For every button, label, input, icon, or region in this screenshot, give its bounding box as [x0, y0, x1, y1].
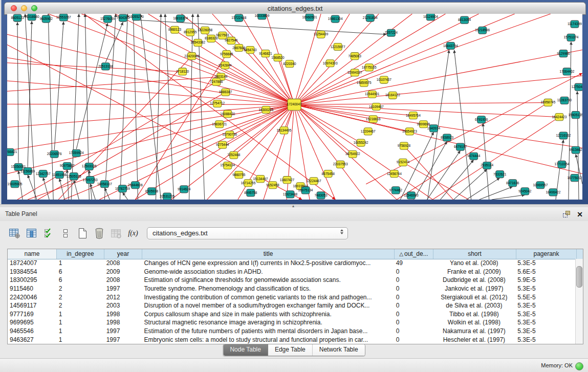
tab-node-table[interactable]: Node Table — [223, 344, 268, 356]
graph-node-label: 8995758 — [244, 191, 257, 194]
table-row[interactable]: 2242004622012Investigating the contribut… — [8, 293, 576, 301]
row-height-button[interactable] — [59, 227, 72, 240]
graph-node-label: 20531235 — [160, 194, 175, 198]
graph-node-label: 9860755 — [232, 173, 246, 177]
graph-edge — [294, 102, 548, 104]
graph-node-label: 15134495 — [277, 128, 292, 132]
cell-title: Embryonic stem cells: a model to study s… — [142, 336, 394, 343]
graph-node-label: 9242844 — [219, 63, 232, 67]
graph-node-label: 7252468 — [227, 153, 241, 157]
cell-out_degree: 0 — [394, 319, 433, 326]
cell-year: 1997 — [104, 285, 142, 292]
column-header-title[interactable]: title — [142, 249, 395, 259]
scrollbar-thumb[interactable] — [576, 266, 582, 288]
cell-title: Genome-wide association studies in ADHD. — [142, 268, 394, 275]
table-row[interactable]: 1938455462009Genome-wide association stu… — [8, 268, 576, 276]
cell-pagerank: 5.5E-5 — [515, 294, 576, 301]
cell-short: Hescheler et al. (1997) — [433, 336, 516, 343]
cell-short: Dudbridge et al. (2008) — [433, 276, 516, 283]
table-vertical-scrollbar[interactable] — [575, 259, 583, 344]
table-row[interactable]: 911546021997Tourette syndrome. Phenomeno… — [8, 285, 576, 293]
sort-ascending-icon: △ — [399, 251, 403, 257]
column-header-name[interactable]: name — [8, 249, 57, 259]
graph-node-label: 12503105 — [82, 164, 97, 168]
graph-node-label: 9275444 — [216, 143, 229, 146]
graph-node-label: 19861304 — [328, 17, 343, 20]
graph-node-label: 12224467 — [307, 179, 321, 183]
network-window-titlebar[interactable]: citations_edges.txt — [4, 2, 586, 15]
table-row[interactable]: 969969511998Structural magnetic resonanc… — [8, 318, 576, 327]
table-settings-button[interactable] — [8, 227, 21, 240]
graph-node-label: 9913462 — [569, 148, 582, 151]
table-row[interactable]: 977716911998Corpus callosum shape and si… — [8, 310, 576, 319]
select-rows-button[interactable] — [42, 227, 55, 240]
delete-rows-button[interactable] — [93, 227, 106, 240]
graph-node-label: 22420046 — [184, 54, 199, 58]
cell-name: 9465546 — [8, 327, 57, 335]
graph-node-label: 15722448 — [231, 16, 246, 19]
graph-node-label: 16775012 — [568, 176, 582, 180]
graph-node-label: 10969557 — [533, 183, 548, 187]
cell-out_degree: 0 — [394, 276, 433, 283]
graph-node-label: 16754922 — [345, 152, 360, 156]
cell-title: Estimation of the future numbers of pati… — [142, 327, 394, 335]
float-window-icon[interactable] — [562, 210, 571, 218]
table-row[interactable]: 946362711997Embryonic stem cells: a mode… — [8, 335, 576, 344]
graph-node-label: 21251834 — [363, 16, 378, 19]
table-selector-dropdown[interactable]: citations_edges.txt — [147, 227, 348, 239]
table-row[interactable]: 1830029562008Estimation of significance … — [8, 276, 576, 285]
delete-table-button[interactable] — [110, 227, 123, 240]
cell-name: 22420046 — [8, 294, 57, 301]
graph-node-label: 17359924 — [69, 151, 84, 155]
graph-edge — [7, 104, 294, 173]
network-view-canvas[interactable]: 8960123891295518226058165433828186328982… — [7, 14, 582, 200]
column-header-pagerank[interactable]: pagerank — [516, 249, 577, 259]
cell-out_degree: 0 — [394, 302, 433, 309]
graph-node-label: 8220340 — [283, 62, 296, 65]
function-icon: f(x) — [128, 229, 138, 237]
cell-year: 2008 — [104, 276, 142, 283]
graph-node-label: 9774462 — [389, 188, 403, 192]
graph-edge — [480, 187, 513, 200]
cell-title: Changes of HCN gene expression and I(f) … — [142, 259, 394, 267]
graph-node-label: 18496422 — [546, 190, 560, 194]
graph-node-label: 16424423 — [552, 115, 567, 119]
table-row[interactable]: 1872400712008Changes of HCN gene express… — [8, 259, 576, 268]
graph-node-label: 7904395 — [117, 16, 130, 19]
graph-node-label: 8454743 — [244, 48, 257, 52]
graph-node-label: 6479197 — [454, 145, 467, 148]
cell-title: Tourette syndrome. Phenomenology and cla… — [142, 285, 394, 292]
cell-pagerank: 5.3E-5 — [515, 311, 576, 318]
function-builder-button[interactable]: f(x) — [126, 227, 140, 240]
column-header-in-degree[interactable]: in_degree — [57, 249, 104, 259]
table-row[interactable]: 1456911722003Disruption of a novel membe… — [8, 301, 576, 310]
graph-node-label: 15751074 — [564, 35, 579, 39]
tab-edge-table[interactable]: Edge Table — [268, 344, 313, 356]
table-row[interactable]: 946554611997Estimation of the future num… — [8, 327, 576, 336]
graph-node-label: 9146821 — [259, 52, 272, 55]
graph-node-label: 9756928 — [398, 144, 411, 147]
graph-node-label: 10553267 — [56, 15, 71, 19]
select-column-button[interactable] — [25, 227, 38, 240]
window-title: citations_edges.txt — [5, 3, 585, 14]
cell-year: 2003 — [104, 302, 142, 309]
cell-pagerank: 5.3E-5 — [515, 302, 576, 309]
new-table-button[interactable] — [76, 227, 89, 240]
graph-edge — [122, 192, 127, 200]
close-panel-icon[interactable]: ✕ — [577, 211, 583, 218]
tab-network-table[interactable]: Network Table — [313, 344, 365, 356]
column-header-short[interactable]: short — [433, 249, 516, 259]
graph-node-label: 8186328 — [205, 36, 218, 40]
graph-node-label: 7485083 — [349, 54, 362, 58]
graph-node-label: 11923448 — [283, 192, 298, 196]
graph-node-label: 8912955 — [184, 30, 197, 34]
cell-in_degree: 6 — [57, 276, 104, 283]
graph-edge — [454, 50, 471, 200]
column-header-year[interactable]: year — [104, 249, 142, 259]
graph-node-label: 12342757 — [36, 172, 51, 176]
column-header-out-degree[interactable]: △out_de... — [395, 249, 433, 259]
graph-node-label: 12456744 — [387, 172, 402, 176]
graph-node-label: 20513198 — [98, 64, 113, 68]
graph-node-label: 8675458 — [321, 172, 335, 176]
cell-in_degree: 1 — [57, 327, 104, 335]
